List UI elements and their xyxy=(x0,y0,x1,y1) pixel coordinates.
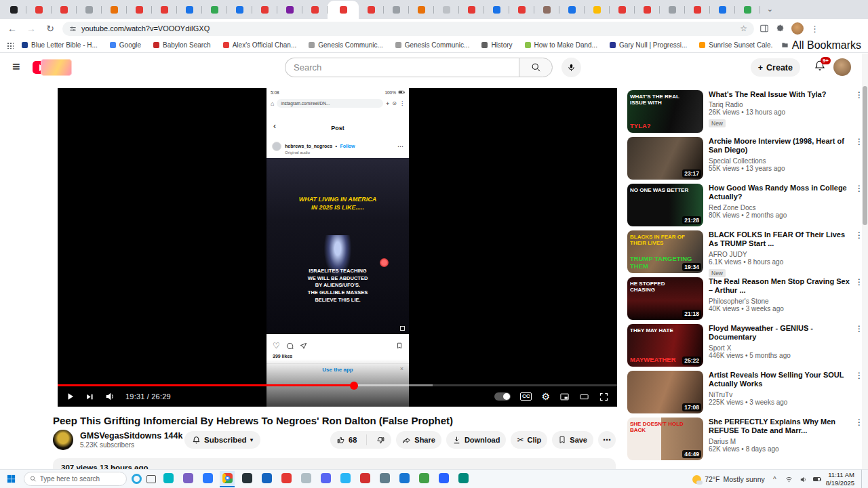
browser-tab[interactable] xyxy=(328,1,359,19)
weather-widget[interactable]: 72°F Mostly sunny xyxy=(692,475,765,484)
browser-tab[interactable] xyxy=(610,1,635,19)
channel-name[interactable]: GMSVegasSitdowns 144k xyxy=(80,431,175,441)
browser-tab[interactable] xyxy=(509,1,534,19)
subtitles-button[interactable]: CC xyxy=(520,392,532,401)
taskbar-app-icon[interactable] xyxy=(239,471,254,487)
browser-tab[interactable] xyxy=(1,1,26,19)
clip-button[interactable]: ✂ Clip xyxy=(511,431,547,449)
wifi-icon[interactable] xyxy=(785,475,793,484)
browser-tab[interactable] xyxy=(26,1,52,19)
recommended-video-item[interactable]: HE STOPPED CHASING 21:18 The Real Reason… xyxy=(627,277,863,320)
start-button[interactable] xyxy=(3,471,19,487)
video-thumbnail[interactable]: 17:08 xyxy=(627,371,703,413)
browser-tab[interactable] xyxy=(459,1,484,19)
theater-mode-icon[interactable] xyxy=(579,392,589,402)
like-button[interactable]: 68 xyxy=(330,431,363,449)
dislike-button[interactable] xyxy=(370,431,391,449)
next-icon[interactable] xyxy=(85,392,94,401)
browser-tab[interactable] xyxy=(202,1,227,19)
task-view-icon[interactable] xyxy=(146,475,156,483)
browser-profile-avatar[interactable] xyxy=(791,22,804,35)
browser-tab[interactable] xyxy=(384,1,409,19)
bookmark-item[interactable]: Babylon Search xyxy=(153,41,211,49)
bookmark-item[interactable]: Alex's Official Chan... xyxy=(223,41,297,49)
search-box[interactable] xyxy=(285,58,519,77)
browser-tab[interactable] xyxy=(177,1,202,19)
play-icon[interactable] xyxy=(66,392,75,401)
video-thumbnail[interactable]: HE STOPPED CHASING 21:18 xyxy=(627,277,703,320)
recommended-video-item[interactable]: BLACKS IN FEAR OF THEIR LIVES TRUMP TARG… xyxy=(627,230,863,273)
side-panel-icon[interactable] xyxy=(760,24,769,33)
taskbar-app-icon[interactable] xyxy=(259,471,274,487)
browser-menu-icon[interactable]: ⋮ xyxy=(810,24,819,34)
browser-tab[interactable] xyxy=(660,1,685,19)
taskbar-app-icon[interactable] xyxy=(397,471,412,487)
volume-icon[interactable] xyxy=(104,391,115,402)
taskbar-search-input[interactable] xyxy=(40,475,121,483)
bookmark-item[interactable]: Blue Letter Bible - H... xyxy=(22,41,98,49)
browser-tab[interactable] xyxy=(127,1,152,19)
browser-tab[interactable] xyxy=(77,1,102,19)
browser-tab[interactable] xyxy=(252,1,277,19)
subscribed-button[interactable]: Subscribed ▾ xyxy=(184,431,260,449)
browser-tab[interactable] xyxy=(102,1,127,19)
video-thumbnail[interactable]: BLACKS IN FEAR OF THEIR LIVES TRUMP TARG… xyxy=(627,230,703,273)
browser-tab[interactable] xyxy=(52,1,77,19)
taskbar-app-icon[interactable] xyxy=(377,471,392,487)
volume-tray-icon[interactable] xyxy=(799,475,808,484)
settings-gear-icon[interactable]: ⚙ xyxy=(541,391,550,402)
browser-tab[interactable] xyxy=(227,1,252,19)
create-button[interactable]: + Create xyxy=(751,58,800,77)
show-desktop-button[interactable] xyxy=(861,470,864,488)
video-thumbnail[interactable]: SHE DOESN'T HOLD BACK 44:49 xyxy=(627,418,703,460)
download-button[interactable]: Download xyxy=(446,431,507,449)
voice-search-button[interactable] xyxy=(561,58,581,77)
video-thumbnail[interactable]: NO ONE WAS BETTER 21:28 xyxy=(627,184,703,226)
recommended-video-item[interactable]: 17:08 Artist Reveals How Selling Your SO… xyxy=(627,371,863,413)
browser-tab[interactable] xyxy=(635,1,660,19)
hamburger-menu-icon[interactable]: ≡ xyxy=(12,59,20,75)
browser-tab[interactable] xyxy=(152,1,177,19)
channel-avatar[interactable] xyxy=(53,430,73,450)
page-scrollbar[interactable] xyxy=(862,54,868,469)
browser-tab[interactable] xyxy=(534,1,559,19)
browser-tab[interactable] xyxy=(359,1,384,19)
back-icon[interactable]: ← xyxy=(5,22,19,35)
taskbar-app-icon[interactable] xyxy=(436,471,451,487)
cortana-icon[interactable] xyxy=(132,474,142,484)
video-thumbnail[interactable]: THEY MAY HATE MAYWEATHER 25:22 xyxy=(627,324,703,367)
all-bookmarks-button[interactable]: All Bookmarks xyxy=(781,39,861,52)
taskbar-app-icon[interactable] xyxy=(279,471,294,487)
taskbar-app-icon[interactable] xyxy=(456,471,471,487)
video-thumbnail[interactable]: WHAT'S THE REAL ISSUE WITH TYLA? xyxy=(627,90,703,133)
tab-overflow-caret-icon[interactable]: ⌄ xyxy=(767,5,773,14)
taskbar-clock[interactable]: 11:11 AM 8/19/2025 xyxy=(826,471,854,487)
taskbar-app-icon[interactable] xyxy=(338,471,353,487)
address-bar[interactable]: youtube.com/watch?v=VOOOYdiIGXQ ☆ xyxy=(62,22,754,36)
tray-chevron-icon[interactable]: ^ xyxy=(770,475,779,484)
browser-tab[interactable] xyxy=(685,1,710,19)
bookmark-star-icon[interactable]: ☆ xyxy=(740,24,747,33)
browser-tab[interactable] xyxy=(409,1,434,19)
video-thumbnail[interactable]: 23:17 xyxy=(627,137,703,180)
browser-tab[interactable] xyxy=(484,1,509,19)
browser-tab[interactable] xyxy=(302,1,328,19)
apps-grid-icon[interactable] xyxy=(7,42,14,49)
bookmark-item[interactable]: How to Make Dand... xyxy=(525,41,597,49)
browser-tab[interactable] xyxy=(735,1,760,19)
recommended-video-item[interactable]: 23:17 Archie Moore Interview (1998, Hear… xyxy=(627,137,863,180)
battery-tray-icon[interactable] xyxy=(813,477,821,481)
bookmark-item[interactable]: Sunrise Sunset Cale... xyxy=(699,41,772,49)
recommended-video-item[interactable]: THEY MAY HATE MAYWEATHER 25:22 Floyd May… xyxy=(627,324,863,367)
fullscreen-icon[interactable] xyxy=(599,392,609,402)
video-player[interactable]: 5:08 100% ⌂ instagram.com/reel/DN... + ⊙… xyxy=(58,88,617,407)
site-info-icon[interactable] xyxy=(69,25,77,33)
account-avatar[interactable] xyxy=(833,58,851,76)
browser-tab[interactable] xyxy=(710,1,735,19)
taskbar-app-icon[interactable] xyxy=(298,471,313,487)
recommended-video-item[interactable]: NO ONE WAS BETTER 21:28 How Good Was Ran… xyxy=(627,184,863,226)
miniplayer-icon[interactable] xyxy=(559,392,570,402)
taskbar-app-icon[interactable] xyxy=(357,471,372,487)
save-button[interactable]: Save xyxy=(552,431,593,449)
taskbar-app-icon[interactable] xyxy=(200,471,215,487)
